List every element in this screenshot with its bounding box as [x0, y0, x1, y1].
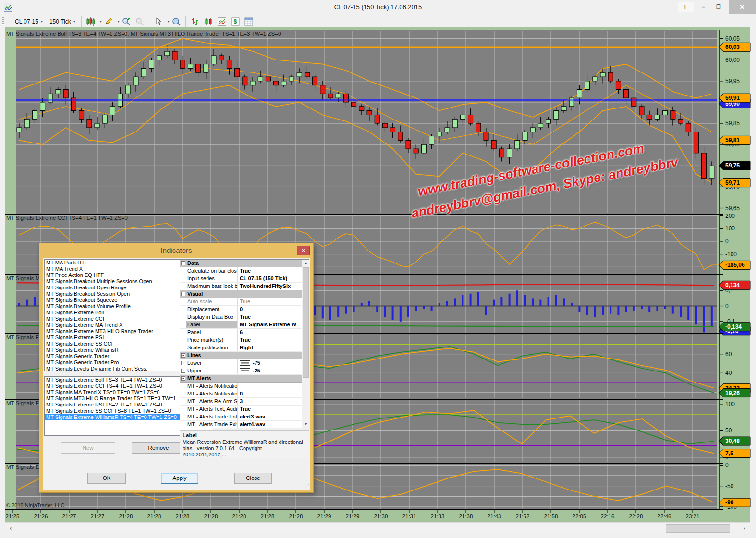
expander-icon[interactable]: − — [180, 290, 186, 298]
property-grid-scrollbar[interactable]: ▲ ▼ — [302, 260, 309, 428]
property-row[interactable]: +Upper-25 — [180, 367, 302, 375]
property-row[interactable]: Maximum bars look baTwoHundredFiftySix — [180, 283, 302, 290]
line-color-swatch[interactable] — [240, 368, 250, 373]
time-axis-label: 21:38 — [459, 514, 473, 519]
property-category[interactable]: −Visual — [180, 290, 302, 298]
property-row[interactable]: MT - Alerts Notificatior — [180, 383, 302, 390]
property-row[interactable]: MT - Alerts Notificatior0 — [180, 390, 302, 398]
property-row[interactable]: Calculate on bar closeTrue — [180, 267, 302, 275]
svg-text:0,134: 0,134 — [725, 282, 740, 288]
time-axis-label: 21:28 — [119, 514, 133, 519]
property-value[interactable]: Right — [238, 344, 302, 351]
property-value[interactable]: True — [238, 313, 302, 321]
expander-icon[interactable]: − — [180, 375, 186, 382]
expander-icon[interactable]: + — [180, 367, 186, 374]
property-grid[interactable]: −DataCalculate on bar closeTrueInput ser… — [180, 259, 309, 428]
spacer — [180, 283, 186, 290]
property-row[interactable]: Input seriesCL 07-15 (150 Tick) — [180, 275, 302, 283]
property-row[interactable]: Price marker(s)True — [180, 336, 302, 344]
property-row[interactable]: +Lower-75 — [180, 359, 302, 367]
property-value[interactable]: True — [238, 298, 302, 305]
property-row[interactable]: MT - Alerts Trade Entralert3.wav — [180, 413, 302, 421]
svg-text:-0,134: -0,134 — [725, 323, 742, 330]
property-row[interactable]: MT - Alerts Re-Arm Se3 — [180, 398, 302, 406]
spacer — [180, 267, 186, 275]
property-label: Display in Data Box — [186, 313, 238, 321]
property-value[interactable]: -75 — [238, 359, 302, 367]
ok-button[interactable]: OK — [87, 473, 126, 484]
scroll-left-icon[interactable]: ‹ — [5, 523, 16, 534]
property-row[interactable]: Panel6 — [180, 329, 302, 336]
scrollbar-thumb[interactable] — [666, 524, 730, 533]
property-row[interactable]: Scale justificationRight — [180, 344, 302, 352]
property-row[interactable]: LabelMT Signals Extreme W — [180, 321, 302, 329]
spacer — [180, 383, 186, 390]
svg-text:-50: -50 — [725, 483, 734, 490]
expander-icon[interactable]: − — [180, 352, 186, 359]
property-category[interactable]: −Data — [180, 260, 302, 267]
time-axis-label: 21:27 — [62, 514, 76, 519]
spacer — [180, 298, 186, 305]
dialog-close-button[interactable]: x — [297, 246, 310, 255]
svg-text:40: 40 — [725, 370, 732, 376]
svg-text:50: 50 — [725, 427, 732, 434]
horizontal-scrollbar[interactable]: ‹ › — [5, 522, 750, 534]
property-label: Calculate on bar close — [186, 267, 238, 275]
property-description: Label Mean Reversion Extreme WilliamsR a… — [180, 430, 309, 458]
property-value[interactable]: alert3.wav — [238, 413, 302, 420]
apply-button[interactable]: Apply — [161, 473, 198, 484]
scroll-down-icon[interactable]: ▼ — [302, 420, 309, 428]
property-value[interactable]: 3 — [238, 398, 302, 405]
dialog-close-button2[interactable]: Close — [234, 473, 272, 484]
svg-text:59,75: 59,75 — [725, 162, 740, 169]
time-axis-label: 21:52 — [516, 514, 530, 519]
expander-icon[interactable]: − — [180, 260, 186, 267]
time-axis-label: 21:33 — [431, 514, 445, 519]
property-value[interactable]: True — [238, 336, 302, 344]
property-value[interactable]: -25 — [238, 367, 302, 374]
property-category[interactable]: −MT Alerts — [180, 375, 302, 383]
property-value[interactable]: 6 — [238, 329, 302, 336]
scrollbar-thumb[interactable] — [303, 267, 309, 378]
property-row[interactable]: Displacement0 — [180, 306, 302, 313]
spacer — [180, 336, 186, 344]
category-label: Data — [186, 260, 199, 267]
indicators-dialog: Indicators x MT MA Pack HTFMT MA Trend X… — [39, 243, 314, 493]
property-row[interactable]: MT - Alerts Text, AudicTrue — [180, 406, 302, 413]
svg-text:100: 100 — [725, 401, 735, 407]
spacer — [180, 390, 186, 397]
scroll-right-icon[interactable]: › — [739, 523, 750, 534]
property-value[interactable]: True — [238, 406, 302, 413]
property-value[interactable]: True — [238, 267, 302, 275]
svg-text:60: 60 — [725, 351, 732, 358]
resize-grip[interactable]: ⋰ — [305, 484, 309, 489]
property-row[interactable]: Auto scaleTrue — [180, 298, 302, 306]
property-row[interactable]: MT - Alerts Trade Exitalert4.wav — [180, 421, 302, 428]
property-row[interactable]: Display in Data BoxTrue — [180, 313, 302, 321]
property-label: Panel — [186, 329, 238, 336]
ninjatrader-chart-window: CL 07-15 (150 Tick) 17.06.2015 L – ❒ ✕ C… — [0, 0, 756, 538]
line-color-swatch[interactable] — [240, 360, 250, 366]
category-label: MT Alerts — [186, 375, 211, 382]
svg-text:100: 100 — [725, 225, 735, 232]
property-value[interactable]: 0 — [238, 306, 302, 313]
property-category[interactable]: −Lines — [180, 352, 302, 359]
remove-button[interactable]: Remove — [132, 442, 185, 454]
panel-label: MT Signals Extreme Boll TS=3 TE=4 TW=1 Z… — [6, 31, 281, 36]
property-label: MT - Alerts Notificatior — [186, 390, 238, 397]
property-value[interactable]: 0 — [238, 390, 302, 397]
property-value[interactable]: alert4.wav — [238, 421, 302, 428]
expander-icon[interactable]: + — [180, 359, 186, 367]
svg-text:-185,06: -185,06 — [725, 262, 745, 268]
dialog-title: Indicators — [39, 243, 313, 258]
time-axis-label: 21:28 — [261, 514, 275, 519]
svg-text:200: 200 — [725, 213, 735, 219]
property-value[interactable]: CL 07-15 (150 Tick) — [238, 275, 302, 282]
spacer — [180, 275, 186, 282]
property-label: Price marker(s) — [186, 336, 238, 344]
property-value[interactable] — [238, 383, 302, 390]
property-value[interactable]: TwoHundredFiftySix — [238, 283, 302, 290]
svg-text:60,00: 60,00 — [725, 57, 740, 63]
property-value[interactable]: MT Signals Extreme W — [238, 321, 302, 328]
scroll-up-icon[interactable]: ▲ — [302, 260, 309, 267]
